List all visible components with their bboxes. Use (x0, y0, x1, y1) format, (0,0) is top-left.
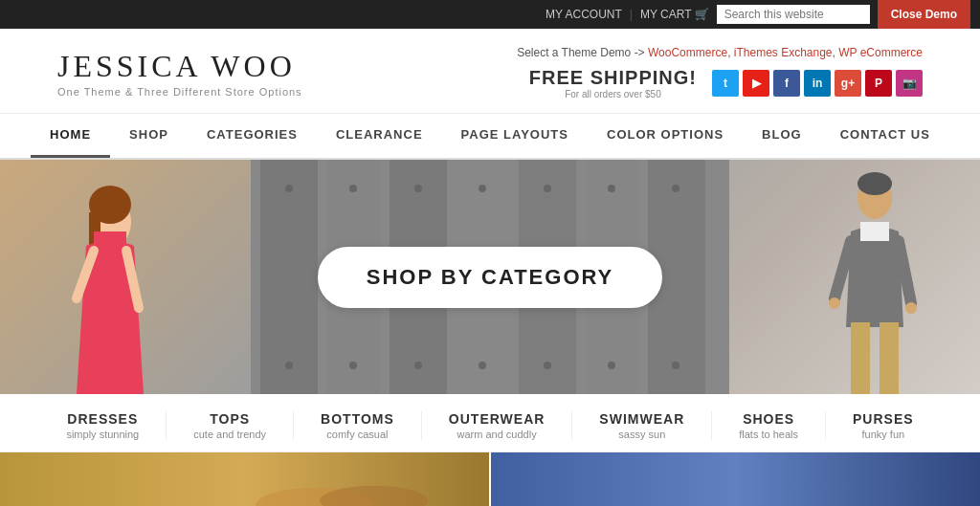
svg-point-27 (414, 185, 422, 192)
ithemes-link[interactable]: iThemes Exchange (734, 46, 833, 59)
svg-point-29 (479, 185, 486, 192)
nav-contact-us[interactable]: CONTACT US (821, 114, 949, 158)
shop-for-bg-2 (491, 452, 980, 506)
category-tops-name: TOPS (210, 411, 250, 427)
category-shoes-name: SHOES (743, 411, 794, 427)
category-bottoms[interactable]: BOTTOMS comfy casual (294, 411, 422, 440)
category-outerwear[interactable]: OUTERWEAR warm and cuddly (422, 411, 573, 440)
nav-categories[interactable]: CATEGORIES (188, 114, 317, 158)
shop-for-bg-1 (0, 452, 489, 506)
theme-demo-text: Select a Theme Demo -> WooCommerce, iThe… (517, 46, 923, 59)
nav-clearance[interactable]: CLEARANCE (317, 114, 442, 158)
category-swimwear[interactable]: SWIMWEAR sassy sun (572, 411, 712, 440)
category-bottoms-sub: comfy casual (326, 429, 388, 440)
nav-page-layouts[interactable]: PAGE LAYOUTS (442, 114, 588, 158)
svg-rect-10 (880, 322, 899, 394)
category-tops-sub: cute and trendy (193, 429, 266, 440)
category-purses-name: PURSES (853, 411, 914, 427)
social-icons: t ▶ f in g+ P 📷 (712, 70, 923, 97)
twitter-icon[interactable]: t (712, 70, 739, 97)
svg-rect-8 (860, 222, 889, 241)
wpecommerce-link[interactable]: WP eCommerce (838, 46, 923, 59)
close-demo-button[interactable]: Close Demo (878, 0, 970, 29)
category-swimwear-sub: sassy sun (618, 429, 665, 440)
shop-for-item-1[interactable]: SHOP FOR (0, 452, 489, 506)
category-dresses-name: DRESSES (67, 411, 138, 427)
svg-point-28 (414, 362, 422, 369)
svg-point-13 (829, 297, 840, 309)
category-dresses-sub: simply stunning (66, 429, 139, 440)
category-shoes-sub: flats to heals (739, 429, 798, 440)
svg-point-34 (608, 362, 615, 369)
free-shipping-row: FREE SHIPPING! For all orders over $50 t… (529, 67, 923, 99)
svg-point-31 (544, 185, 551, 192)
svg-point-32 (544, 362, 551, 369)
search-input[interactable] (717, 5, 870, 24)
svg-point-24 (285, 362, 293, 369)
category-purses[interactable]: PURSES funky fun (826, 411, 941, 440)
logo-subtitle: One Theme & Three Different Store Option… (57, 86, 302, 98)
svg-point-23 (285, 185, 293, 192)
category-shoes[interactable]: SHOES flats to heals (712, 411, 826, 440)
nav-blog[interactable]: BLOG (743, 114, 821, 158)
category-bottoms-name: BOTTOMS (321, 411, 394, 427)
category-tops[interactable]: TOPS cute and trendy (167, 411, 294, 440)
shop-for-row: SHOP FOR SHOP FOR (0, 452, 980, 506)
svg-point-30 (479, 362, 486, 369)
theme-demo-label: Select a Theme Demo -> (517, 46, 645, 59)
linkedin-icon[interactable]: in (804, 70, 831, 97)
facebook-icon[interactable]: f (773, 70, 800, 97)
hero-figure-right (827, 165, 923, 394)
category-outerwear-sub: warm and cuddly (457, 429, 537, 440)
svg-point-14 (905, 302, 917, 314)
hero-figure-left (48, 165, 172, 394)
category-dresses[interactable]: DRESSES simply stunning (39, 411, 167, 440)
hero-banner: SHOP BY CATEGORY (0, 160, 980, 394)
svg-rect-16 (260, 160, 318, 394)
svg-rect-3 (94, 231, 126, 251)
category-purses-sub: funky fun (861, 429, 904, 440)
main-nav: HOME SHOP CATEGORIES CLEARANCE PAGE LAYO… (0, 113, 980, 160)
shop-by-category-button[interactable]: SHOP BY CATEGORY (318, 247, 663, 308)
svg-point-33 (608, 185, 615, 192)
category-swimwear-name: SWIMWEAR (599, 411, 684, 427)
svg-point-7 (858, 172, 892, 195)
free-shipping-sub: For all orders over $50 (529, 89, 697, 99)
categories-row: DRESSES simply stunning TOPS cute and tr… (0, 394, 980, 452)
nav-shop[interactable]: SHOP (110, 114, 188, 158)
nav-color-options[interactable]: COLOR OPTIONS (588, 114, 743, 158)
svg-rect-9 (851, 322, 870, 394)
pinterest-icon[interactable]: P (865, 70, 892, 97)
separator: | (630, 8, 633, 21)
logo-area: JESSICA WOO One Theme & Three Different … (57, 49, 302, 98)
my-cart-link[interactable]: MY CART 🛒 (640, 8, 709, 21)
svg-point-36 (672, 362, 679, 369)
category-outerwear-name: OUTERWEAR (449, 411, 546, 427)
free-shipping-main: FREE SHIPPING! (529, 67, 697, 89)
woocommerce-link[interactable]: WooCommerce (648, 46, 727, 59)
instagram-icon[interactable]: 📷 (896, 70, 923, 97)
shop-for-item-2[interactable]: SHOP FOR (491, 452, 980, 506)
header-right: Select a Theme Demo -> WooCommerce, iThe… (517, 46, 923, 99)
svg-point-26 (349, 362, 357, 369)
cart-icon: 🛒 (695, 8, 709, 21)
google-icon[interactable]: g+ (835, 70, 861, 97)
cart-label: MY CART (640, 8, 691, 21)
svg-point-25 (349, 185, 357, 192)
top-bar: MY ACCOUNT | MY CART 🛒 Close Demo (0, 0, 980, 29)
svg-rect-40 (491, 452, 980, 506)
svg-point-35 (672, 185, 679, 192)
my-account-link[interactable]: MY ACCOUNT (546, 8, 622, 21)
free-shipping-text: FREE SHIPPING! For all orders over $50 (529, 67, 697, 99)
nav-home[interactable]: HOME (31, 114, 110, 158)
youtube-icon[interactable]: ▶ (743, 70, 769, 97)
logo-title: JESSICA WOO (57, 49, 302, 84)
header: JESSICA WOO One Theme & Three Different … (0, 29, 980, 113)
